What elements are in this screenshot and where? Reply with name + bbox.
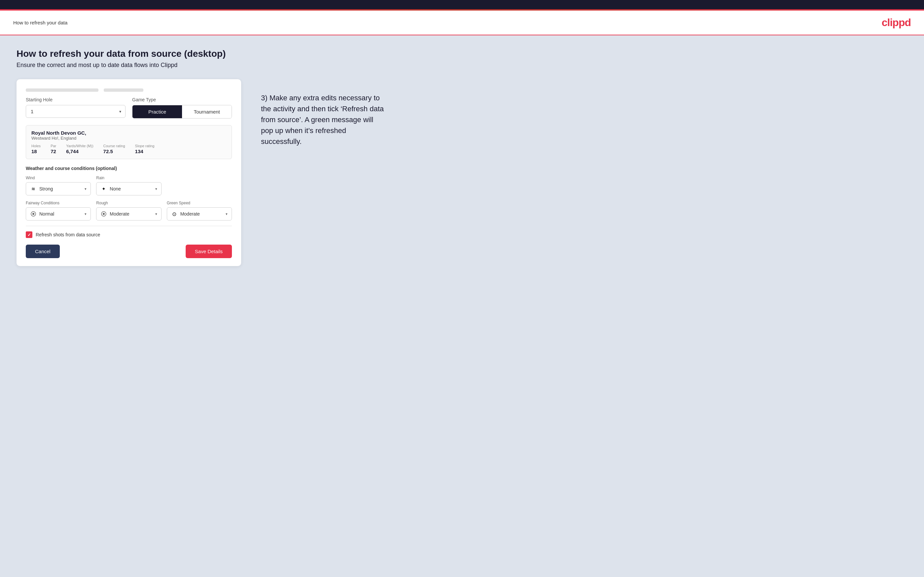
- top-bar: [0, 0, 924, 9]
- rain-select[interactable]: ✦ None ▾: [96, 182, 161, 195]
- top-stub-right: [104, 89, 144, 92]
- slope-rating-label: Slope rating: [135, 144, 155, 148]
- save-details-button[interactable]: Save Details: [186, 245, 232, 258]
- rain-chevron-icon: ▾: [155, 187, 157, 191]
- header-title: How to refresh your data: [13, 20, 68, 26]
- course-info-box: Royal North Devon GC, Westward Ho!, Engl…: [26, 125, 232, 159]
- fairway-chevron-icon: ▾: [84, 212, 87, 216]
- wind-label: Wind: [26, 176, 91, 180]
- main-content: How to refresh your data from source (de…: [0, 35, 924, 577]
- course-name: Royal North Devon GC,: [31, 130, 226, 136]
- course-rating-label: Course rating: [103, 144, 125, 148]
- starting-hole-label: Starting Hole: [26, 97, 126, 102]
- rain-value: None: [110, 186, 152, 192]
- course-rating-value: 72.5: [103, 148, 125, 154]
- page-heading: How to refresh your data from source (de…: [16, 48, 908, 59]
- form-card: Starting Hole 1 ▾ Game Type Practice Tou…: [16, 79, 241, 266]
- cancel-button[interactable]: Cancel: [26, 245, 60, 258]
- starting-hole-game-type-row: Starting Hole 1 ▾ Game Type Practice Tou…: [26, 97, 232, 119]
- yards-stat: Yards/White (M)) 6,744: [66, 144, 93, 154]
- content-row: Starting Hole 1 ▾ Game Type Practice Tou…: [16, 79, 908, 266]
- page-subheading: Ensure the correct and most up to date d…: [16, 62, 908, 69]
- fairway-label: Fairway Conditions: [26, 201, 91, 205]
- practice-button[interactable]: Practice: [132, 105, 182, 118]
- rough-chevron-icon: ▾: [155, 212, 157, 216]
- fairway-value: Normal: [39, 211, 82, 216]
- holes-stat: Holes 18: [31, 144, 40, 154]
- rough-icon: [100, 211, 107, 217]
- par-value: 72: [50, 148, 56, 154]
- wind-rain-row: Wind ≋ Strong ▾ Rain ✦ None ▾: [26, 176, 232, 195]
- fairway-select[interactable]: Normal ▾: [26, 207, 91, 221]
- game-type-group: Game Type Practice Tournament: [132, 97, 232, 119]
- refresh-label: Refresh shots from data source: [36, 232, 100, 237]
- game-type-label: Game Type: [132, 97, 232, 102]
- logo: clippd: [882, 16, 911, 29]
- starting-hole-group: Starting Hole 1 ▾: [26, 97, 126, 119]
- starting-hole-value: 1: [31, 109, 121, 114]
- wind-select[interactable]: ≋ Strong ▾: [26, 182, 91, 195]
- wind-chevron-icon: ▾: [84, 187, 87, 191]
- yards-value: 6,744: [66, 148, 93, 154]
- green-speed-chevron-icon: ▾: [226, 212, 228, 216]
- rough-select[interactable]: Moderate ▾: [96, 207, 161, 221]
- yards-label: Yards/White (M)): [66, 144, 93, 148]
- rough-label: Rough: [96, 201, 161, 205]
- wind-icon: ≋: [30, 185, 37, 192]
- green-speed-value: Moderate: [180, 211, 223, 216]
- green-speed-group: Green Speed ⊙ Moderate ▾: [167, 201, 232, 221]
- wind-group: Wind ≋ Strong ▾: [26, 176, 91, 195]
- fairway-group: Fairway Conditions Normal ▾: [26, 201, 91, 221]
- green-speed-label: Green Speed: [167, 201, 232, 205]
- fairway-icon: [30, 211, 37, 217]
- green-speed-select[interactable]: ⊙ Moderate ▾: [167, 207, 232, 221]
- course-location: Westward Ho!, England: [31, 136, 226, 140]
- wind-value: Strong: [39, 186, 82, 192]
- svg-point-3: [103, 213, 105, 215]
- refresh-checkbox[interactable]: [26, 231, 32, 238]
- par-stat: Par 72: [50, 144, 56, 154]
- rain-icon: ✦: [100, 185, 107, 192]
- starting-hole-select[interactable]: 1 ▾: [26, 105, 126, 118]
- divider: [26, 226, 232, 226]
- green-speed-icon: ⊙: [171, 211, 178, 217]
- course-stats: Holes 18 Par 72 Yards/White (M)) 6,744 C…: [31, 144, 226, 154]
- starting-hole-chevron-icon: ▾: [119, 109, 121, 114]
- tournament-button[interactable]: Tournament: [182, 105, 232, 118]
- rough-value: Moderate: [110, 211, 152, 216]
- sidebar-instructions: 3) Make any extra edits necessary to the…: [261, 79, 386, 147]
- holes-label: Holes: [31, 144, 40, 148]
- course-rating-stat: Course rating 72.5: [103, 144, 125, 154]
- par-label: Par: [50, 144, 56, 148]
- slope-rating-value: 134: [135, 148, 155, 154]
- conditions-heading: Weather and course conditions (optional): [26, 166, 232, 171]
- fairway-rough-green-row: Fairway Conditions Normal ▾ Rough: [26, 201, 232, 221]
- holes-value: 18: [31, 148, 40, 154]
- header: How to refresh your data clippd: [0, 11, 924, 35]
- rain-group: Rain ✦ None ▾: [96, 176, 161, 195]
- svg-point-1: [32, 213, 34, 215]
- top-stub-left: [26, 89, 99, 92]
- refresh-row: Refresh shots from data source: [26, 231, 232, 238]
- slope-rating-stat: Slope rating 134: [135, 144, 155, 154]
- rain-label: Rain: [96, 176, 161, 180]
- game-type-buttons: Practice Tournament: [132, 105, 232, 119]
- actions-row: Cancel Save Details: [26, 245, 232, 258]
- rough-group: Rough Moderate ▾: [96, 201, 161, 221]
